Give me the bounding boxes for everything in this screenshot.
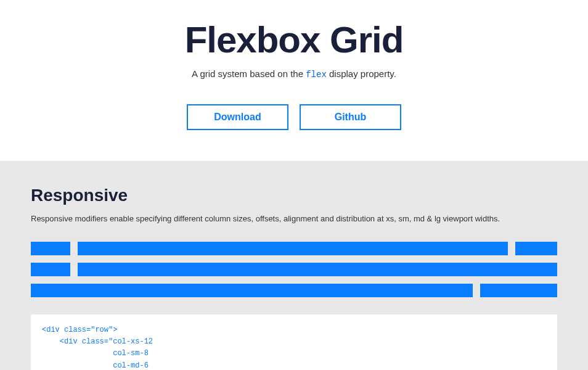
demo-row — [31, 263, 557, 276]
page-subtitle: A grid system based on the flex display … — [12, 68, 576, 80]
code-line: col-md-6 — [42, 361, 149, 370]
demo-col — [31, 284, 473, 297]
demo-row — [31, 284, 557, 297]
demo-col — [78, 242, 508, 255]
responsive-section: Responsive Responsive modifiers enable s… — [0, 161, 588, 370]
demo-row — [31, 242, 557, 255]
code-line: <div class="col-xs-12 — [42, 337, 153, 346]
hero-section: Flexbox Grid A grid system based on the … — [0, 0, 588, 161]
code-example: <div class="row"> <div class="col-xs-12 … — [31, 314, 557, 370]
demo-col — [31, 242, 70, 255]
button-row: Download Github — [12, 104, 576, 130]
code-line: <div class="row"> — [42, 326, 117, 334]
demo-col — [78, 263, 557, 276]
page-title: Flexbox Grid — [12, 18, 576, 61]
demo-col — [480, 284, 557, 297]
download-button[interactable]: Download — [187, 104, 288, 130]
section-title: Responsive — [31, 186, 557, 205]
section-description: Responsive modifiers enable specifying d… — [31, 214, 557, 223]
subtitle-text-post: display property. — [327, 68, 396, 79]
subtitle-code: flex — [306, 70, 327, 80]
grid-demo — [31, 242, 557, 297]
demo-col — [31, 263, 70, 276]
github-button[interactable]: Github — [300, 104, 401, 130]
demo-col — [515, 242, 557, 255]
subtitle-text-pre: A grid system based on the — [192, 68, 306, 79]
code-line: col-sm-8 — [42, 349, 149, 358]
